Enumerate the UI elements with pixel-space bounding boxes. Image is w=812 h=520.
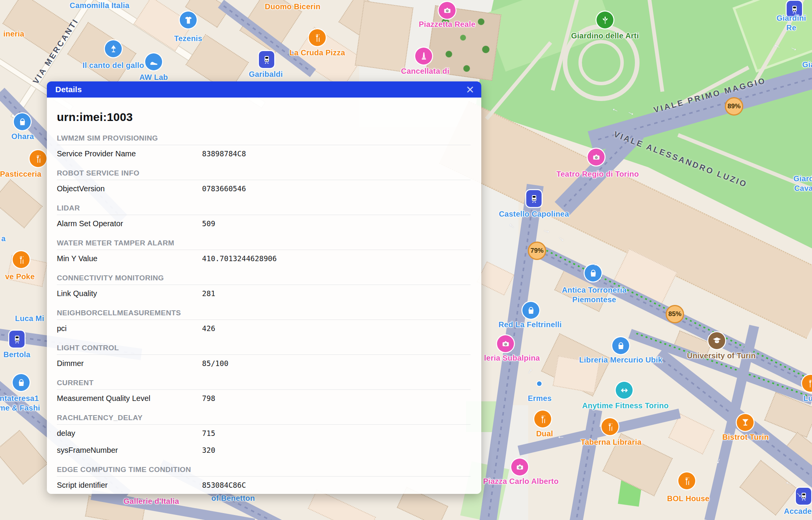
camera-icon[interactable] xyxy=(497,335,514,352)
poi-label[interactable]: Bistrot Turin xyxy=(722,432,769,442)
poi-label[interactable]: Pasticceria xyxy=(0,169,41,179)
field-row: Service Provider Name83898784C8 xyxy=(57,145,471,162)
bag-icon[interactable] xyxy=(612,337,629,354)
poi-label[interactable]: Garibaldi xyxy=(249,70,283,79)
poi-label[interactable]: ntateresa1 me & Fashi xyxy=(0,394,40,413)
field-row: Alarm Set Operator509 xyxy=(57,215,471,232)
detail-section: LIGHT CONTROLDimmer85/100 xyxy=(57,343,471,372)
forkknife-icon[interactable] xyxy=(602,418,618,435)
building xyxy=(0,179,43,228)
field-row: Dimmer85/100 xyxy=(57,355,471,372)
camera-icon[interactable] xyxy=(439,2,456,19)
poi-label[interactable]: Ermes xyxy=(528,394,552,403)
poi-label[interactable]: BOL House xyxy=(667,494,709,503)
tram-track xyxy=(576,413,596,520)
poi-label[interactable]: Red La Feltrinelli xyxy=(499,320,562,330)
poi-label[interactable]: Giardini Re xyxy=(776,13,806,33)
poi-label[interactable]: Dual xyxy=(536,429,553,439)
poi-label[interactable]: ineria xyxy=(3,29,25,39)
poi-label[interactable]: Gallerie d'Italia xyxy=(124,497,179,506)
percentage-badge[interactable]: 89% xyxy=(725,97,743,116)
field-row: pci426 xyxy=(57,320,471,337)
percentage-badge[interactable]: 85% xyxy=(666,305,684,323)
field-label: Script identifier xyxy=(57,480,202,490)
poi-label[interactable]: Bertola xyxy=(3,350,30,359)
field-value: 853084C86C xyxy=(202,480,246,490)
dialog-title: Details xyxy=(55,85,82,94)
dialog-sections: LWM2M SIM PROVISIONINGService Provider N… xyxy=(57,134,471,494)
poi-label[interactable]: Castello Capolinea xyxy=(499,209,569,219)
field-label: Min Y Value xyxy=(57,253,202,263)
poi-label[interactable]: Libreria Mercurio Ubik xyxy=(579,355,663,365)
lamp-icon[interactable] xyxy=(105,40,122,57)
poi-label[interactable]: of Benetton xyxy=(211,494,255,503)
poi-label[interactable]: Duomo Bicerin xyxy=(265,2,321,12)
field-label: Dimmer xyxy=(57,358,202,368)
cocktail-icon[interactable] xyxy=(737,414,754,431)
poi-label[interactable]: Camomilla Italia xyxy=(70,1,129,10)
poi-label[interactable]: Lu xyxy=(804,394,812,403)
leaf-icon[interactable] xyxy=(597,12,613,28)
poi-label[interactable]: Ohara xyxy=(12,132,34,141)
poi-label[interactable]: Gia xyxy=(802,60,812,70)
poi-label[interactable]: Tezenis xyxy=(174,34,202,43)
poi-label[interactable]: Taberna Libraria xyxy=(581,437,641,447)
field-label: delay xyxy=(57,428,202,438)
dialog-header[interactable]: Details ✕ xyxy=(47,81,481,98)
details-dialog: Details ✕ urn:imei:1003 LWM2M SIM PROVIS… xyxy=(47,81,481,494)
field-value: 320 xyxy=(202,445,215,455)
bag-icon[interactable] xyxy=(522,302,539,319)
poi-label[interactable]: Cancellata di xyxy=(401,66,449,76)
monument-icon[interactable] xyxy=(415,48,432,65)
detail-section: CONNECTIVITY MONITORINGLink Quality281 xyxy=(57,273,471,302)
forkknife-icon[interactable] xyxy=(534,411,551,427)
field-value: 0783660546 xyxy=(202,184,246,194)
dumbbell-icon[interactable] xyxy=(616,382,633,399)
section-header: CONNECTIVITY MONITORING xyxy=(57,273,471,283)
train-icon[interactable] xyxy=(526,190,542,207)
section-header: ROBOT SERVICE INFO xyxy=(57,169,471,178)
poi-label[interactable]: La Cruda Pizza xyxy=(289,48,345,58)
poi-label[interactable]: Luca Mi xyxy=(15,314,44,323)
detail-section: NEIGHBORCELLMEASUREMENTSpci426 xyxy=(57,308,471,337)
bag-icon[interactable] xyxy=(13,374,30,391)
forkknife-icon[interactable] xyxy=(13,251,30,268)
tshirt-icon[interactable] xyxy=(180,12,197,28)
poi-label[interactable]: Accade xyxy=(784,507,812,516)
shoe-icon[interactable] xyxy=(145,53,162,70)
poi-label[interactable]: Giard Cava xyxy=(793,174,812,193)
poi-label[interactable]: Giardino delle Arti xyxy=(571,31,639,41)
gradcap-icon[interactable] xyxy=(708,332,725,349)
poi-label[interactable]: leria Subalpina xyxy=(484,353,540,363)
dialog-body: urn:imei:1003 LWM2M SIM PROVISIONINGServ… xyxy=(47,98,481,494)
forkknife-icon[interactable] xyxy=(678,472,695,489)
poi-dot-marker[interactable] xyxy=(537,381,542,386)
poi-label[interactable]: Piazzetta Reale xyxy=(419,20,476,29)
percentage-badge[interactable]: 79% xyxy=(528,242,546,260)
train-icon[interactable] xyxy=(259,51,274,68)
poi-label[interactable]: ve Poke xyxy=(5,272,35,282)
forkknife-icon[interactable] xyxy=(309,29,326,46)
detail-section: ROBOT SERVICE INFOObjectVersion078366054… xyxy=(57,169,471,197)
camera-icon[interactable] xyxy=(511,459,528,475)
building xyxy=(294,26,363,88)
close-icon[interactable]: ✕ xyxy=(466,84,474,95)
poi-label[interactable]: Piazza Carlo Alberto xyxy=(483,477,559,486)
poi-label[interactable]: a xyxy=(1,234,5,243)
poi-label[interactable]: Antica Torroneria Piemontese xyxy=(562,285,627,305)
field-label: Service Provider Name xyxy=(57,149,202,159)
section-header: RACHLATENCY_DELAY xyxy=(57,413,471,422)
detail-section: LWM2M SIM PROVISIONINGService Provider N… xyxy=(57,134,471,162)
poi-label[interactable]: University of Turin xyxy=(687,351,756,361)
section-header: LIDAR xyxy=(57,204,471,213)
poi-label[interactable]: Teatro Regio di Torino xyxy=(557,169,639,179)
camera-icon[interactable] xyxy=(588,149,605,166)
forkknife-icon[interactable] xyxy=(30,150,46,167)
poi-label[interactable]: AW Lab xyxy=(139,73,168,82)
train-icon[interactable] xyxy=(9,331,25,348)
building xyxy=(308,489,376,520)
field-row: Measurement Quality Level798 xyxy=(57,390,471,407)
poi-label[interactable]: Il canto del gallo xyxy=(83,61,144,70)
poi-label[interactable]: Anytime Fitness Torino xyxy=(582,401,668,411)
bag-icon[interactable] xyxy=(14,113,31,130)
